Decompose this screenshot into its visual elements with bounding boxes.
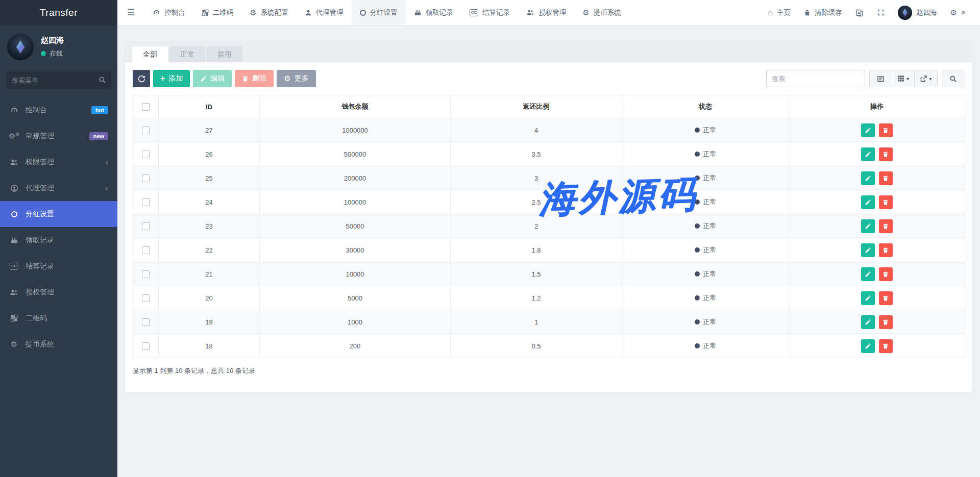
row-edit-button[interactable] <box>861 123 875 137</box>
row-checkbox[interactable] <box>142 318 150 326</box>
topbar-user-menu[interactable]: 赵四海 <box>891 6 944 20</box>
cell-operations <box>789 118 965 142</box>
topbar: ☰ 控制台 二维码 ⚙ 系统配置 代理管理 分红设置 <box>117 0 980 26</box>
cell-balance: 1000 <box>260 310 451 334</box>
row-edit-button[interactable] <box>861 243 875 257</box>
col-header-status[interactable]: 状态 <box>622 95 789 118</box>
row-checkbox[interactable] <box>142 198 150 206</box>
cake-icon <box>9 236 19 244</box>
edit-button[interactable]: 编辑 <box>193 70 232 87</box>
sidebar-item-authorization[interactable]: 授权管理 <box>0 279 117 305</box>
refresh-icon <box>138 75 145 83</box>
topbar-username: 赵四海 <box>916 8 937 17</box>
cell-status: 正常 <box>622 262 789 286</box>
topnav-settlements[interactable]: CC 结算记录 <box>461 0 519 25</box>
row-delete-button[interactable] <box>879 243 893 257</box>
sidebar-item-dashboard[interactable]: 控制台 hot <box>0 97 117 123</box>
pencil-icon <box>865 295 871 302</box>
topnav-dividend[interactable]: 分红设置 <box>352 0 406 25</box>
topnav-claims[interactable]: 领取记录 <box>406 0 461 25</box>
cell-ratio: 1 <box>451 310 622 334</box>
topnav-dashboard[interactable]: 控制台 <box>144 0 193 25</box>
row-edit-button[interactable] <box>861 171 875 185</box>
row-checkbox[interactable] <box>142 127 150 134</box>
sidebar-item-claims[interactable]: 领取记录 <box>0 227 117 253</box>
cell-ratio: 3 <box>451 166 622 190</box>
caret-down-icon: ▾ <box>929 76 932 82</box>
row-delete-button[interactable] <box>879 267 893 281</box>
row-delete-button[interactable] <box>879 147 893 161</box>
row-checkbox[interactable] <box>142 222 150 230</box>
user-info: 赵四海 在线 <box>41 36 64 58</box>
topnav-authorization[interactable]: 授权管理 <box>518 0 574 25</box>
status-dot-icon <box>695 128 700 133</box>
select-all-checkbox[interactable] <box>142 103 150 111</box>
topnav-qrcode[interactable]: 二维码 <box>193 0 242 25</box>
row-delete-button[interactable] <box>879 339 893 353</box>
sidebar-item-qrcode[interactable]: 二维码 <box>0 305 117 331</box>
detail-view-button[interactable] <box>870 70 892 87</box>
col-header-ratio[interactable]: 返还比例 <box>451 95 622 118</box>
row-checkbox[interactable] <box>142 294 150 302</box>
gear-icon: ⚙ <box>250 8 256 17</box>
col-header-operations: 操作 <box>789 95 965 118</box>
row-checkbox[interactable] <box>142 270 150 278</box>
row-edit-button[interactable] <box>861 195 875 209</box>
cell-operations <box>789 142 965 166</box>
sidebar-item-permissions[interactable]: 权限管理 ‹ <box>0 149 117 175</box>
sidebar-item-agents[interactable]: 代理管理 ‹ <box>0 175 117 201</box>
columns-button[interactable]: ▾ <box>892 70 915 87</box>
fullscreen-icon <box>877 9 885 16</box>
search-button[interactable] <box>942 70 964 87</box>
delete-button[interactable]: 删除 <box>235 70 274 87</box>
row-delete-button[interactable] <box>879 219 893 233</box>
sidebar-item-settlements[interactable]: CC 结算记录 <box>0 253 117 279</box>
row-edit-button[interactable] <box>861 147 875 161</box>
row-delete-button[interactable] <box>879 291 893 305</box>
row-delete-button[interactable] <box>879 195 893 209</box>
more-button[interactable]: ⚙ 更多 <box>277 70 315 87</box>
row-delete-button[interactable] <box>879 315 893 329</box>
row-delete-button[interactable] <box>879 123 893 137</box>
sidebar-item-general[interactable]: ⚙⚙ 常规管理 new <box>0 123 117 149</box>
fullscreen-button[interactable] <box>870 9 891 16</box>
menu-search-input[interactable] <box>6 71 111 89</box>
cell-status-label: 正常 <box>703 174 717 182</box>
topnav-withdraw[interactable]: ⚙ 提币系统 <box>574 0 629 25</box>
row-delete-button[interactable] <box>879 171 893 185</box>
add-button[interactable]: + 添加 <box>153 70 190 87</box>
row-checkbox[interactable] <box>142 246 150 254</box>
col-header-id[interactable]: ID <box>159 95 260 118</box>
row-checkbox[interactable] <box>142 150 150 158</box>
clear-cache-button[interactable]: 清除缓存 <box>797 8 849 17</box>
topnav-agents[interactable]: 代理管理 <box>297 0 352 25</box>
pencil-icon <box>865 175 871 182</box>
sidebar-item-withdraw[interactable]: ⚙ 提币系统 <box>0 331 117 357</box>
table-search-input[interactable] <box>766 70 865 87</box>
sidebar-item-dividend[interactable]: 分红设置 <box>0 201 117 227</box>
topnav-sysconfig[interactable]: ⚙ 系统配置 <box>241 0 296 25</box>
row-edit-button[interactable] <box>861 267 875 281</box>
row-edit-button[interactable] <box>861 219 875 233</box>
tab-normal[interactable]: 正常 <box>169 46 205 62</box>
col-header-balance[interactable]: 钱包余额 <box>260 95 451 118</box>
chevron-left-icon: ‹ <box>105 184 108 192</box>
settings-cogs-icon[interactable]: ⚙⚙ <box>943 8 972 17</box>
row-checkbox[interactable] <box>142 342 150 350</box>
row-edit-button[interactable] <box>861 291 875 305</box>
tab-all[interactable]: 全部 <box>132 46 168 62</box>
row-edit-button[interactable] <box>861 315 875 329</box>
export-icon <box>920 75 927 82</box>
row-checkbox[interactable] <box>142 174 150 182</box>
export-button[interactable]: ▾ <box>915 70 937 87</box>
cell-status-label: 正常 <box>703 222 717 230</box>
row-edit-button[interactable] <box>861 339 875 353</box>
language-button[interactable]: A <box>849 9 870 17</box>
refresh-button[interactable] <box>133 70 150 87</box>
home-button[interactable]: ⌂ 主页 <box>761 8 797 17</box>
app-root: Transfer 赵四海 在线 控制台 ho <box>0 0 980 477</box>
tab-disabled[interactable]: 禁用 <box>207 46 242 62</box>
topbar-right: ⌂ 主页 清除缓存 A 赵四海 ⚙⚙ <box>761 0 980 25</box>
cell-ratio: 1.5 <box>451 262 622 286</box>
hamburger-icon[interactable]: ☰ <box>117 0 144 25</box>
